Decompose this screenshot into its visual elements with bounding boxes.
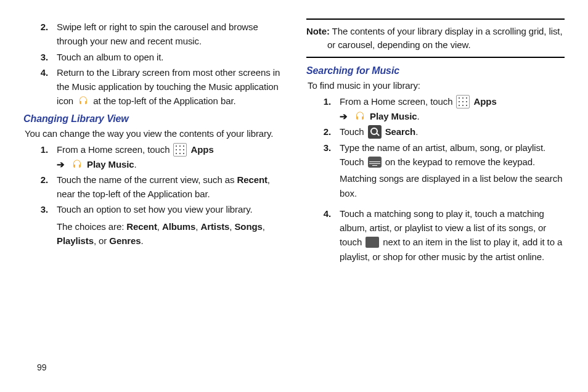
- choice-genres: Genres: [109, 235, 141, 246]
- step-text: Touch an album to open it.: [57, 50, 282, 64]
- recent-label: Recent: [237, 174, 267, 185]
- search-icon: [368, 125, 382, 139]
- step-4: 4. Touch a matching song to play it, tou…: [306, 206, 565, 264]
- step-text: Touch an option to set how you view your…: [57, 202, 282, 248]
- apps-grid-icon: [456, 95, 470, 108]
- apps-label: Apps: [191, 144, 214, 155]
- item-menu-icon: [365, 237, 379, 248]
- step-1: 1. From a Home screen, touch Apps ➔ Play…: [23, 142, 282, 171]
- page-number: 99: [37, 362, 47, 372]
- step-text: Swipe left or right to spin the carousel…: [57, 20, 282, 49]
- step-text: Return to the Library screen from most o…: [57, 65, 282, 108]
- music-app-icon: [77, 95, 89, 107]
- play-music-label: Play Music: [370, 111, 417, 121]
- step-3: 3. Touch an option to set how you view y…: [23, 202, 282, 248]
- step-number: 3.: [23, 202, 57, 216]
- keypad-dismiss-icon: [368, 157, 382, 168]
- step-1a: From a Home screen, touch: [57, 144, 172, 155]
- step-text: Touch a matching song to play it, touch …: [340, 206, 565, 264]
- left-column: 2. Swipe left or right to spin the carou…: [23, 18, 282, 265]
- step-number: 2.: [23, 173, 57, 187]
- step-text: From a Home screen, touch Apps ➔ Play Mu…: [57, 142, 282, 171]
- step-number: 2.: [306, 125, 340, 139]
- step-number: 2.: [23, 20, 57, 34]
- note-text: Note: The contents of your library displ…: [306, 25, 565, 52]
- right-column: Note: The contents of your library displ…: [306, 18, 565, 265]
- period: .: [134, 159, 137, 169]
- step-number: 1.: [306, 94, 340, 108]
- period: .: [415, 126, 418, 137]
- play-music-icon: [71, 158, 83, 171]
- section-intro: You can change the way you view the cont…: [25, 127, 282, 140]
- step-1: 1. From a Home screen, touch Apps ➔ Play…: [306, 94, 565, 123]
- period: .: [417, 111, 420, 121]
- step-number: 3.: [306, 141, 340, 155]
- search-label: Search: [385, 126, 415, 137]
- heading-changing-library-view: Changing Library View: [23, 113, 282, 125]
- choice-recent: Recent: [126, 221, 157, 232]
- choice-playlists: Playlists: [57, 235, 94, 246]
- step-2: 2. Touch Search.: [306, 125, 565, 139]
- step-3a: Touch an option to set how you view your…: [57, 204, 253, 214]
- searching-steps: 1. From a Home screen, touch Apps ➔ Play…: [306, 94, 565, 264]
- choices-intro: The choices are:: [57, 221, 126, 232]
- apps-label: Apps: [474, 96, 497, 107]
- step-3b: on the keypad to remove the keypad.: [385, 157, 535, 167]
- note-label: Note:: [306, 26, 330, 36]
- step-3-sub: The choices are: Recent, Albums, Artists…: [57, 219, 282, 248]
- apps-grid-icon: [173, 143, 187, 157]
- step-3: 3. Touch an album to open it.: [23, 50, 282, 64]
- note-block: Note: The contents of your library displ…: [306, 18, 565, 58]
- choice-songs: Songs: [234, 221, 262, 232]
- step-2: 2. Touch the name of the current view, s…: [23, 173, 282, 202]
- step-number: 4.: [23, 65, 57, 80]
- changing-view-steps: 1. From a Home screen, touch Apps ➔ Play…: [23, 142, 282, 248]
- arrow-icon: ➔: [340, 111, 348, 121]
- step-4b: at the top-left of the Application bar.: [93, 96, 235, 106]
- step-3-sub: Matching songs are displayed in a list b…: [340, 171, 565, 200]
- step-number: 3.: [23, 50, 57, 64]
- top-continued-steps: 2. Swipe left or right to spin the carou…: [23, 20, 282, 108]
- step-number: 1.: [23, 142, 57, 157]
- note-body: The contents of your library display in …: [327, 26, 563, 50]
- step-4: 4. Return to the Library screen from mos…: [23, 65, 282, 108]
- play-music-label: Play Music: [87, 159, 134, 169]
- choice-albums: Albums: [162, 221, 195, 232]
- step-text: Type the name of an artist, album, song,…: [340, 141, 565, 200]
- step-2: 2. Swipe left or right to spin the carou…: [23, 20, 282, 49]
- arrow-icon: ➔: [57, 159, 65, 169]
- step-3: 3. Type the name of an artist, album, so…: [306, 141, 565, 200]
- step-1a: From a Home screen, touch: [340, 96, 455, 107]
- section-intro: To find music in your library:: [308, 79, 565, 92]
- manual-page: 2. Swipe left or right to spin the carou…: [0, 0, 588, 265]
- choice-artists: Artists: [200, 221, 229, 232]
- step-number: 4.: [306, 206, 340, 221]
- step-text: Touch the name of the current view, such…: [57, 173, 282, 202]
- step-2a: Touch the name of the current view, such…: [57, 174, 237, 185]
- step-2a: Touch: [340, 126, 367, 137]
- play-music-icon: [354, 110, 366, 123]
- step-text: From a Home screen, touch Apps ➔ Play Mu…: [340, 94, 565, 123]
- heading-searching-for-music: Searching for Music: [306, 65, 565, 76]
- step-text: Touch Search.: [340, 125, 565, 139]
